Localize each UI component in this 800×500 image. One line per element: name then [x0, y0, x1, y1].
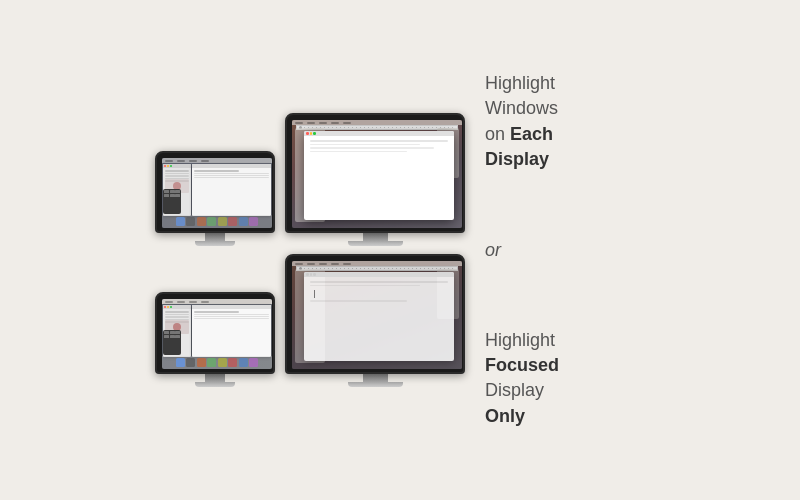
- bottom-left-monitor: [155, 292, 275, 374]
- bottom-right-monitor: [285, 254, 465, 374]
- bottom-label-block: Highlight Focused Display Only: [485, 328, 645, 429]
- top-label-block: Highlight Windows on Each Display: [485, 71, 645, 172]
- bottom-left-monitor-wrap: [155, 292, 275, 387]
- top-label-line1: Highlight Windows on Each Display: [485, 71, 645, 172]
- top-right-monitor-base: [348, 241, 403, 246]
- top-right-monitor-wrap: [285, 113, 465, 246]
- bottom-left-monitor-neck: [205, 374, 225, 382]
- bottom-left-monitor-base: [195, 382, 235, 387]
- top-left-monitor-neck: [205, 233, 225, 241]
- bottom-right-screen: [292, 261, 462, 369]
- top-right-monitor-neck: [363, 233, 388, 241]
- or-section: or: [485, 235, 645, 266]
- top-left-monitor-wrap: [155, 151, 275, 246]
- bottom-left-screen: [162, 299, 272, 369]
- bottom-right-monitor-neck: [363, 374, 388, 382]
- labels-section: Highlight Windows on Each Display or Hig…: [485, 20, 645, 480]
- monitors-column: [155, 113, 465, 387]
- top-left-screen: [162, 158, 272, 228]
- top-left-monitor-base: [195, 241, 235, 246]
- bottom-label-text: Highlight Focused Display Only: [485, 328, 645, 429]
- main-container: Highlight Windows on Each Display or Hig…: [0, 0, 800, 500]
- bottom-right-monitor-wrap: [285, 254, 465, 387]
- top-right-screen: [292, 120, 462, 228]
- bottom-right-monitor-base: [348, 382, 403, 387]
- top-left-monitor: [155, 151, 275, 233]
- bottom-monitor-row: [155, 254, 465, 387]
- top-monitor-row: [155, 113, 465, 246]
- or-text: or: [485, 240, 501, 261]
- top-right-monitor: [285, 113, 465, 233]
